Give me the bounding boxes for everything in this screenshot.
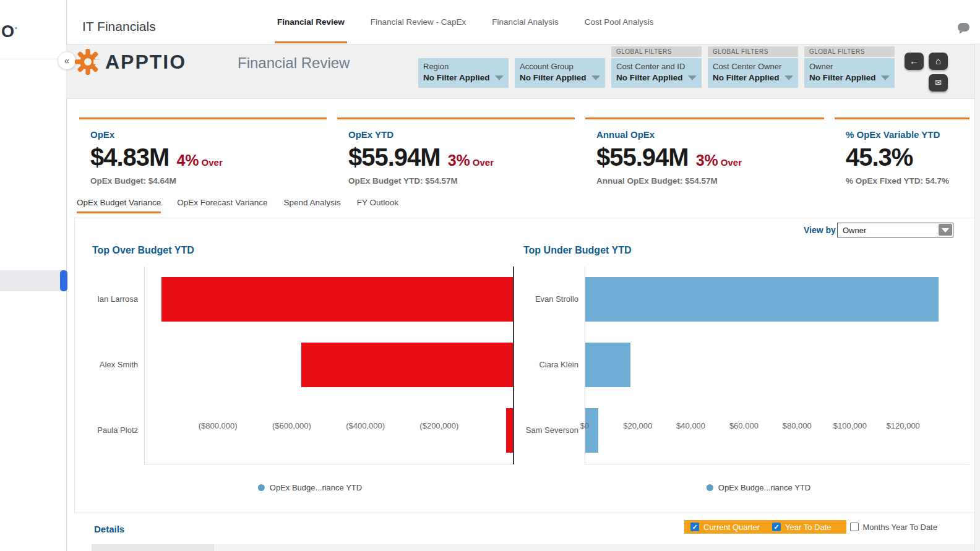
tab-opex-budget-variance[interactable]: OpEx Budget Variance <box>77 198 161 213</box>
kpi-value-row: $55.94M3%Over <box>348 143 564 171</box>
chevron-down-icon <box>591 75 600 80</box>
axis-tick-label: $120,000 <box>887 421 920 430</box>
chevron-down-icon[interactable] <box>939 224 952 236</box>
sidebar-divider <box>0 59 67 59</box>
legend-dot-icon <box>258 484 265 491</box>
report-title: Financial Review <box>238 54 350 72</box>
toggle-label: Months Year To Date <box>863 523 937 532</box>
filter-box-account-group[interactable]: Account GroupNo Filter Applied <box>515 58 605 88</box>
kpi-value-row: $55.94M3%Over <box>596 143 813 171</box>
sidebar-logo-fragment: O° <box>1 22 18 41</box>
left-sidebar: O° <box>0 0 67 551</box>
filter-label: Owner <box>809 62 890 71</box>
filter-owner: GLOBAL FILTERSOwnerNo Filter Applied <box>804 46 895 88</box>
kpi-delta: 3% <box>448 152 470 169</box>
filter-cost-center-and-id: GLOBAL FILTERSCost Center and IDNo Filte… <box>611 46 702 88</box>
chevron-down-icon <box>688 75 697 80</box>
filter-box-cost-center-and-id[interactable]: Cost Center and IDNo Filter Applied <box>611 58 702 88</box>
view-by-select[interactable]: Owner <box>837 223 953 237</box>
bar-ciara-klein[interactable] <box>585 343 630 387</box>
kpi-value: 45.3% <box>846 143 913 171</box>
global-filters-label <box>418 46 509 57</box>
tab-financial-review-capex[interactable]: Financial Review - CapEx <box>368 1 469 43</box>
bar-alex-smith[interactable] <box>301 343 514 387</box>
kpi-subtitle: % OpEx Fixed YTD: 54.7% <box>846 176 958 186</box>
kpi-value: $55.94M <box>348 143 441 171</box>
axis-tick-label: ($600,000) <box>272 421 311 430</box>
kpi-card-annual-opex: Annual OpEx$55.94M3%OverAnnual OpEx Budg… <box>585 117 824 186</box>
checkbox-checked-icon[interactable]: ✓ <box>772 523 781 531</box>
kpi-row: OpEx$4.83M4%OverOpEx Budget: $4.64MOpEx … <box>79 117 969 186</box>
checkbox-unchecked-icon[interactable] <box>850 523 859 531</box>
kpi-card--opex-variable-ytd: % OpEx Variable YTD45.3%% OpEx Fixed YTD… <box>835 117 969 186</box>
kpi-subtitle: OpEx Budget YTD: $54.57M <box>348 176 564 186</box>
toggle-highlight-group: ✓Current Quarter✓Year To Date <box>684 520 846 534</box>
kpi-subtitle: OpEx Budget: $4.64M <box>90 176 316 186</box>
bar-ian-larrosa[interactable] <box>161 277 514 322</box>
back-button[interactable]: ← <box>905 53 924 70</box>
global-filters-label: GLOBAL FILTERS <box>708 46 798 57</box>
kpi-delta-word: Over <box>721 157 742 168</box>
view-by-value: Owner <box>843 226 866 235</box>
apptio-logo-text: APPTIO <box>105 51 186 74</box>
collapse-sidebar-button[interactable]: « <box>58 51 76 70</box>
tab-cost-pool-analysis[interactable]: Cost Pool Analysis <box>582 1 656 43</box>
sidebar-active-indicator <box>60 270 67 291</box>
category-label: Ian Larrosa <box>70 294 138 304</box>
chart-legend: OpEx Budge...riance YTD <box>707 483 810 492</box>
kpi-value: $4.83M <box>90 143 169 171</box>
global-filters-label: GLOBAL FILTERS <box>804 46 895 57</box>
filter-value: No Filter Applied <box>809 73 890 82</box>
axis-tick-label: $100,000 <box>833 421 867 430</box>
category-label: Alex Smith <box>70 360 138 369</box>
filter-region: RegionNo Filter Applied <box>418 46 509 88</box>
chart-title: Top Over Budget YTD <box>92 245 194 256</box>
global-filters-label: GLOBAL FILTERS <box>611 46 702 57</box>
kpi-title: OpEx YTD <box>348 129 564 140</box>
kpi-title: OpEx <box>90 129 316 140</box>
kpi-delta-word: Over <box>202 157 223 168</box>
toggle-months-year-to-date[interactable]: Months Year To Date <box>850 523 937 532</box>
filter-label: Cost Center and ID <box>616 62 697 71</box>
toggle-label: Current Quarter <box>703 523 760 532</box>
checkbox-checked-icon[interactable]: ✓ <box>690 523 699 531</box>
toggle-year-to-date[interactable]: ✓Year To Date <box>772 523 831 532</box>
kpi-value: $55.94M <box>596 143 689 171</box>
kpi-title: % OpEx Variable YTD <box>846 129 958 140</box>
filter-value: No Filter Applied <box>520 73 600 82</box>
filter-label: Account Group <box>520 62 600 71</box>
filter-account-group: Account GroupNo Filter Applied <box>515 46 605 88</box>
kpi-value-row: 45.3% <box>846 143 958 171</box>
filters-row: RegionNo Filter AppliedAccount GroupNo F… <box>418 46 895 88</box>
axis-tick-label: $80,000 <box>783 421 812 430</box>
axis-tick-label: $20,000 <box>623 421 652 430</box>
filter-box-cost-center-owner[interactable]: Cost Center OwnerNo Filter Applied <box>708 58 798 88</box>
gear-icon <box>74 48 101 75</box>
tab-financial-review[interactable]: Financial Review <box>275 1 347 43</box>
sidebar-selected-item[interactable] <box>0 270 61 291</box>
kpi-delta: 4% <box>176 152 199 169</box>
category-label: Sam Severson <box>510 425 578 435</box>
tab-financial-analysis[interactable]: Financial Analysis <box>489 1 561 43</box>
chart-plot <box>585 267 969 464</box>
home-button[interactable]: ⌂ <box>929 53 948 70</box>
tab-fy-outlook[interactable]: FY Outlook <box>357 198 398 213</box>
chat-bubble-icon[interactable] <box>958 23 969 32</box>
mail-button[interactable]: ✉ <box>929 74 948 92</box>
bar-sam-severson[interactable] <box>585 408 598 453</box>
tab-opex-forecast-variance[interactable]: OpEx Forecast Variance <box>177 198 267 213</box>
tab-spend-analysis[interactable]: Spend Analysis <box>283 198 340 213</box>
bar-evan-strollo[interactable] <box>585 277 939 322</box>
filter-box-region[interactable]: RegionNo Filter Applied <box>418 58 509 88</box>
details-table-header <box>92 544 974 551</box>
kpi-delta-word: Over <box>473 157 494 168</box>
category-label: Paula Plotz <box>70 425 138 435</box>
chart-plot <box>144 267 513 464</box>
vertical-scrollbar[interactable] <box>974 43 980 551</box>
axis-tick-label: $60,000 <box>729 421 759 430</box>
global-filters-label <box>515 46 605 57</box>
filter-cost-center-owner: GLOBAL FILTERSCost Center OwnerNo Filter… <box>708 46 798 88</box>
filter-box-owner[interactable]: OwnerNo Filter Applied <box>804 58 895 88</box>
filter-value: No Filter Applied <box>616 73 697 82</box>
toggle-current-quarter[interactable]: ✓Current Quarter <box>690 523 760 532</box>
